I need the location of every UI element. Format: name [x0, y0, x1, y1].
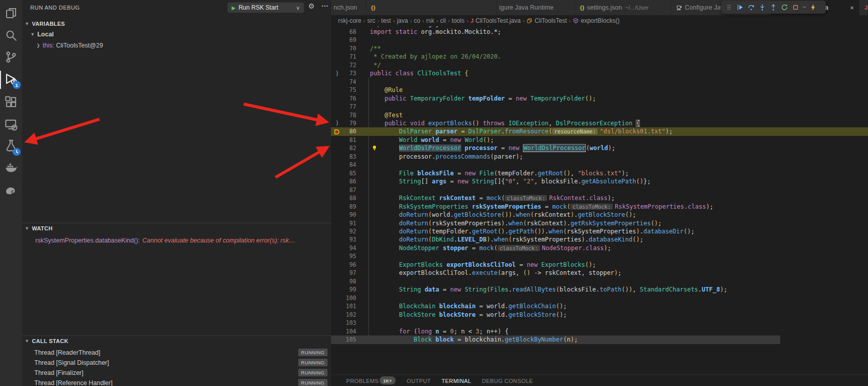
line-number[interactable]: 83	[331, 153, 356, 161]
watch-section-header[interactable]: ▼ WATCH	[22, 223, 331, 233]
line-number[interactable]: 68	[331, 28, 356, 36]
run-configuration-dropdown[interactable]: ▶ Run RSK Start ∨	[227, 2, 304, 13]
code-line-68[interactable]: 68import static org.mockito.Mockito.*;	[331, 28, 868, 36]
activity-item-testing[interactable]	[0, 136, 22, 157]
panel-tab-problems[interactable]: PROBLEMS	[346, 375, 378, 386]
code-line-98[interactable]: 98	[331, 277, 868, 286]
stop-button[interactable]	[790, 2, 801, 13]
line-number[interactable]: 104	[331, 327, 356, 336]
continue-button[interactable]	[734, 2, 745, 13]
step-out-button[interactable]	[768, 2, 779, 13]
code-line-80[interactable]: 80 DslParser parser = DslParser.fromReso…	[331, 127, 868, 136]
breadcrumb-item[interactable]: rsk	[426, 17, 434, 24]
code-line-72[interactable]: 72 */	[331, 61, 868, 70]
line-number[interactable]: 101	[331, 302, 356, 311]
activity-item-explorer[interactable]	[0, 4, 22, 24]
breadcrumb-item[interactable]: src	[367, 17, 375, 24]
restart-button[interactable]	[779, 2, 790, 13]
breadcrumb-item[interactable]: exportBlocks()	[573, 17, 620, 24]
line-number[interactable]: 74	[331, 78, 356, 86]
code-line-76[interactable]: 76 public TemporaryFolder tempFolder = n…	[331, 94, 868, 103]
tab-hidden-json[interactable]: {}	[366, 0, 497, 15]
activity-item-source-control[interactable]	[0, 48, 22, 68]
line-number[interactable]: 95	[331, 252, 356, 261]
line-number[interactable]: 79	[331, 119, 356, 128]
code-line-95[interactable]: 95	[331, 252, 868, 261]
line-number[interactable]: 98	[331, 277, 356, 286]
line-number[interactable]: 92	[331, 227, 356, 236]
code-line-99[interactable]: 99 String data = new String(Files.readAl…	[331, 285, 868, 294]
tab-configure-java-runtime-partial[interactable]: igure Java Runtime	[497, 0, 575, 15]
line-number[interactable]: 80	[331, 127, 356, 136]
breadcrumb[interactable]: rskj-core›src›test›java›co›rsk›cli›tools…	[331, 15, 868, 26]
line-number[interactable]: 102	[331, 311, 356, 319]
gear-icon[interactable]: ⚙	[306, 2, 316, 10]
line-number[interactable]: 86	[331, 177, 356, 186]
code-line-101[interactable]: 101 Blockchain blockchain = world.getBlo…	[331, 302, 868, 311]
line-number[interactable]: 97	[331, 269, 356, 277]
breadcrumb-item[interactable]: java	[397, 17, 408, 24]
breadcrumb-item[interactable]: rskj-core	[338, 17, 361, 24]
panel-tab-output[interactable]: OUTPUT	[407, 375, 431, 386]
line-number[interactable]: 81	[331, 136, 356, 144]
code-line-78[interactable]: 78 @Test	[331, 111, 868, 120]
tab-edge-sliver[interactable]: J	[860, 0, 868, 15]
step-over-button[interactable]	[745, 2, 756, 13]
tab-launch-json[interactable]: nch.json	[331, 0, 366, 15]
breadcrumb-item[interactable]: co	[414, 17, 420, 24]
hot-code-replace-button[interactable]	[807, 2, 819, 13]
code-line-97[interactable]: 97 exportBlocksCliTool.execute(args, () …	[331, 269, 868, 277]
watch-expression[interactable]: rskSystemProperties.databaseKind(): Cann…	[22, 235, 325, 246]
code-line-70[interactable]: 70/**	[331, 44, 868, 53]
code-line-94[interactable]: 94 NodeStopper stopper = mock(classToMoc…	[331, 244, 868, 253]
code-line-90[interactable]: 90 doReturn(world.getBlockStore()).when(…	[331, 211, 868, 219]
panel-tab-debug-console[interactable]: DEBUG CONSOLE	[482, 375, 533, 386]
code-line-104[interactable]: 104 for (long n = 0; n < 3; n++) {	[331, 327, 868, 336]
code-line-69[interactable]: 69	[331, 36, 868, 44]
activity-item-search[interactable]	[0, 26, 22, 46]
line-number[interactable]: 91	[331, 219, 356, 228]
code-line-86[interactable]: 86 String[] args = new String[]{"0", "2"…	[331, 177, 868, 186]
line-number[interactable]: 69	[331, 36, 356, 44]
code-line-100[interactable]: 100	[331, 294, 868, 303]
line-number[interactable]: 105	[331, 335, 356, 344]
code-line-91[interactable]: 91 doReturn(rskSystemProperties).when(rs…	[331, 219, 868, 228]
line-number[interactable]: 71	[331, 53, 356, 61]
breadcrumb-item[interactable]: test	[381, 17, 391, 24]
line-number[interactable]: 84	[331, 161, 356, 169]
line-number[interactable]: 75	[331, 86, 356, 94]
close-icon[interactable]: ×	[849, 4, 855, 12]
code-line-89[interactable]: 89 RskSystemProperties rskSystemProperti…	[331, 203, 868, 211]
breadcrumb-item[interactable]: JCliToolsTest.java	[470, 17, 521, 24]
line-number[interactable]: 99	[331, 285, 356, 294]
code-line-83[interactable]: 83 processor.processCommands(parser);	[331, 153, 868, 161]
activity-item-remote-explorer[interactable]	[0, 115, 22, 135]
code-line-75[interactable]: 75 @Rule	[331, 86, 868, 94]
line-number[interactable]: 73	[331, 69, 356, 78]
line-number[interactable]: 78	[331, 111, 356, 120]
activity-item-docker[interactable]	[0, 159, 22, 179]
code-line-84[interactable]: 84	[331, 161, 868, 169]
line-number[interactable]: 90	[331, 211, 356, 219]
variables-section-header[interactable]: ▼ VARIABLES	[22, 18, 331, 29]
code-line-74[interactable]: 74	[331, 78, 868, 86]
line-number[interactable]: 96	[331, 261, 356, 269]
call-stack-thread[interactable]: Thread [ReaderThread]RUNNING	[22, 348, 331, 358]
tab-settings-json[interactable]: {}settings.json~/.../User	[575, 0, 671, 15]
line-number[interactable]: 70	[331, 44, 356, 53]
more-actions-icon[interactable]: ···	[320, 2, 330, 10]
code-line-102[interactable]: 102 BlockStore blockStore = world.getBlo…	[331, 311, 868, 319]
code-line-82[interactable]: 82 WorldDslProcessor processor = new Wor…	[331, 144, 868, 153]
code-line-92[interactable]: 92 doReturn(tempFolder.getRoot().getPath…	[331, 227, 868, 236]
panel-tab-terminal[interactable]: TERMINAL	[442, 375, 471, 386]
line-number[interactable]: 87	[331, 186, 356, 195]
code-line-81[interactable]: 81 World world = new World();	[331, 136, 868, 144]
code-line-71[interactable]: 71 * Created by ajlopez on 26/04/2020.	[331, 53, 868, 61]
call-stack-section-header[interactable]: ▼ CALL STACK	[22, 335, 331, 346]
line-number[interactable]: 89	[331, 203, 356, 211]
code-line-79[interactable]: )79 public void exportBlocks() throws IO…	[331, 119, 868, 128]
variable-this[interactable]: ❯ this: CliToolsTest@29	[22, 40, 331, 51]
activity-item-extensions[interactable]	[0, 93, 22, 113]
line-number[interactable]: 103	[331, 319, 356, 327]
code-line-77[interactable]: 77	[331, 103, 868, 111]
